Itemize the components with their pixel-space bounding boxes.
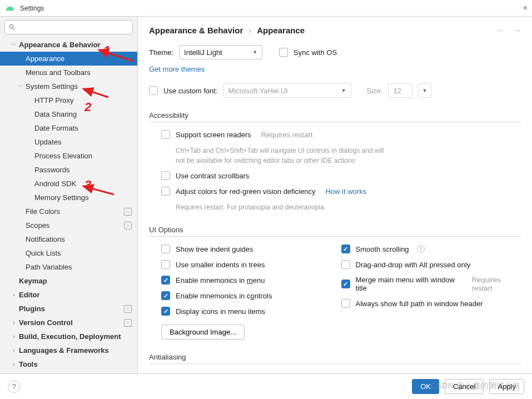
smooth-scroll-checkbox[interactable] — [341, 245, 350, 253]
tree-notifications[interactable]: Notifications — [0, 232, 137, 246]
screen-readers-hint: Ctrl+Tab and Ctrl+Shift+Tab will navigat… — [161, 146, 395, 166]
custom-font-checkbox[interactable] — [149, 86, 158, 95]
font-size-label: Size: — [367, 87, 383, 95]
breadcrumb: Appearance & Behavior › Appearance — [149, 26, 521, 35]
get-more-themes-link[interactable]: Get more themes — [149, 65, 521, 73]
mnem-menu-checkbox[interactable] — [161, 276, 170, 285]
icons-menu-label: Display icons in menu items — [176, 307, 265, 316]
search-input[interactable] — [4, 20, 133, 34]
mnem-ctrl-checkbox[interactable] — [161, 291, 170, 300]
theme-label: Theme: — [149, 48, 173, 57]
tree-appearance-behavior[interactable]: ﹀Appearance & Behavior — [0, 38, 137, 52]
tree-indent-label: Show tree indent guides — [176, 245, 253, 253]
fullpath-label: Always show full path in window header — [356, 300, 483, 308]
settings-tree: ﹀Appearance & Behavior Appearance Menus … — [0, 38, 137, 373]
screen-readers-checkbox[interactable] — [161, 130, 170, 139]
project-badge-icon: ▫ — [124, 305, 132, 313]
small-indent-checkbox[interactable] — [161, 260, 170, 269]
main-panel: ← → Appearance & Behavior › Appearance T… — [138, 17, 532, 373]
tree-date-formats[interactable]: Date Formats — [0, 121, 137, 135]
chevron-down-icon: ▼ — [252, 49, 257, 55]
chevron-right-icon: › — [248, 26, 251, 35]
divider — [149, 236, 521, 237]
tree-version-control[interactable]: ›Version Control▫ — [0, 316, 137, 330]
font-family-select[interactable]: Microsoft YaHei UI ▼ — [223, 83, 351, 98]
theme-value: IntelliJ Light — [184, 48, 222, 57]
help-button[interactable]: ? — [8, 381, 20, 393]
background-image-button[interactable]: Background Image... — [161, 325, 245, 340]
back-icon[interactable]: ← — [496, 26, 505, 36]
font-family-value: Microsoft YaHei UI — [228, 87, 288, 95]
accessibility-heading: Accessibility — [149, 111, 521, 119]
tree-tools[interactable]: ›Tools — [0, 357, 137, 371]
chevron-down-icon: ▼ — [422, 88, 427, 93]
nav-arrows: ← → — [496, 26, 522, 36]
tree-android-sdk[interactable]: Android SDK — [0, 177, 137, 191]
sync-os-checkbox[interactable] — [279, 48, 288, 57]
project-badge-icon: ▫ — [124, 222, 132, 230]
merge-menu-label: Merge main menu with window title — [356, 276, 463, 292]
tree-editor[interactable]: ›Editor — [0, 288, 137, 302]
icons-menu-checkbox[interactable] — [161, 307, 170, 316]
cancel-button[interactable]: Cancel — [445, 379, 484, 394]
search-field[interactable] — [18, 23, 129, 31]
breadcrumb-leaf: Appearance — [257, 26, 305, 35]
title-bar: Settings × — [0, 0, 532, 17]
contrast-scrollbars-checkbox[interactable] — [161, 171, 170, 180]
font-size-input[interactable]: 12 — [388, 83, 412, 98]
divider — [149, 122, 521, 122]
tree-data-sharing[interactable]: Data Sharing — [0, 107, 137, 121]
divider — [149, 363, 521, 364]
tree-build[interactable]: ›Build, Execution, Deployment — [0, 330, 137, 343]
merge-menu-checkbox[interactable] — [341, 280, 350, 288]
tree-quick-lists[interactable]: Quick Lists — [0, 246, 137, 260]
rg-hint: Requires restart. For protanopia and deu… — [161, 202, 521, 212]
screen-readers-label: Support screen readers — [176, 131, 251, 139]
small-indent-label: Use smaller indents in trees — [176, 261, 265, 269]
tree-http-proxy[interactable]: HTTP Proxy — [0, 93, 137, 107]
tree-updates[interactable]: Updates — [0, 135, 137, 149]
tree-appearance[interactable]: Appearance — [0, 52, 137, 66]
restart-hint: Requires restart — [472, 276, 521, 292]
tree-menus-toolbars[interactable]: Menus and Toolbars — [0, 66, 137, 79]
theme-select[interactable]: IntelliJ Light ▼ — [179, 45, 262, 59]
window-title: Settings — [20, 4, 44, 12]
tree-languages[interactable]: ›Languages & Frameworks — [0, 343, 137, 357]
contrast-scrollbars-label: Use contrast scrollbars — [176, 172, 249, 180]
tree-path-variables[interactable]: Path Variables — [0, 260, 137, 274]
sidebar: ﹀Appearance & Behavior Appearance Menus … — [0, 17, 138, 373]
font-size-stepper[interactable]: ▼ — [418, 83, 431, 98]
sync-os-label: Sync with OS — [294, 48, 337, 57]
smooth-scroll-label: Smooth scrolling — [356, 245, 409, 253]
close-icon[interactable]: × — [523, 3, 528, 12]
ui-options-heading: UI Options — [149, 226, 521, 234]
tree-memory-settings[interactable]: Memory Settings — [0, 191, 137, 205]
restart-hint: Requires restart — [261, 131, 312, 139]
apply-button[interactable]: Apply — [489, 379, 524, 394]
mnem-ctrl-label: Enable mnemonics in controls — [176, 292, 272, 300]
rg-deficiency-checkbox[interactable] — [161, 187, 170, 196]
tree-process-elevation[interactable]: Process Elevation — [0, 149, 137, 163]
antialiasing-heading: Antialiasing — [149, 353, 521, 361]
dnd-alt-checkbox[interactable] — [341, 260, 350, 269]
dialog-footer: ? OK Cancel Apply — [0, 373, 532, 399]
chevron-down-icon: ▼ — [341, 88, 346, 93]
search-icon — [8, 23, 16, 31]
help-icon[interactable]: ? — [417, 245, 425, 253]
tree-passwords[interactable]: Passwords — [0, 163, 137, 177]
mnem-menu-label: Enable mnemonics in menu — [176, 276, 265, 285]
tree-plugins[interactable]: Plugins▫ — [0, 302, 137, 316]
tree-indent-checkbox[interactable] — [161, 245, 170, 253]
forward-icon[interactable]: → — [513, 26, 522, 36]
tree-system-settings[interactable]: ﹀System Settings — [0, 79, 137, 93]
how-it-works-link[interactable]: How it works — [325, 187, 366, 196]
tree-file-colors[interactable]: File Colors▫ — [0, 205, 137, 218]
fullpath-checkbox[interactable] — [341, 299, 350, 308]
project-badge-icon: ▫ — [124, 208, 132, 216]
ok-button[interactable]: OK — [412, 379, 439, 394]
font-size-value: 12 — [393, 87, 401, 95]
custom-font-label: Use custom font: — [163, 87, 218, 95]
tree-keymap[interactable]: Keymap — [0, 274, 137, 288]
dnd-alt-label: Drag-and-drop with Alt pressed only — [356, 261, 471, 269]
tree-scopes[interactable]: Scopes▫ — [0, 218, 137, 232]
